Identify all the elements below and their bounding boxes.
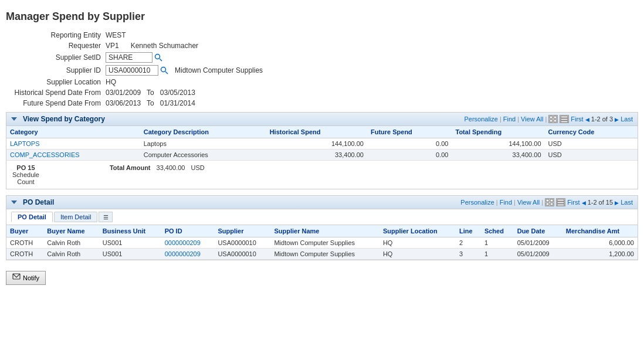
svg-rect-14 — [550, 203, 553, 205]
supplier-name-cell: Midtown Computer Supplies — [270, 237, 379, 249]
supplier-cell: USA0000010 — [214, 249, 270, 260]
supplier-id-search-icon[interactable] — [160, 66, 169, 75]
category-personalize-link[interactable]: Personalize — [464, 116, 497, 123]
tab-po-detail[interactable]: PO Detail — [11, 212, 53, 222]
supplier-id-row: Supplier ID Midtown Computer Supplies — [6, 65, 638, 76]
category-panel-controls: Personalize | Find | View All | First ◀ … — [464, 115, 633, 123]
category-panel: View Spend by Category Personalize | Fin… — [6, 112, 638, 189]
category-grid-icon2[interactable] — [560, 115, 569, 123]
po-grid-icon2[interactable] — [556, 198, 565, 206]
reporting-entity-label: Reporting Entity — [6, 31, 106, 39]
tab-extra-icon[interactable]: ☰ — [99, 212, 113, 222]
category-first-link[interactable]: First — [571, 116, 583, 123]
total-amount-currency: USD — [191, 164, 204, 171]
category-prev-icon[interactable]: ◀ — [585, 117, 589, 123]
po-prev-icon[interactable]: ◀ — [582, 200, 586, 206]
category-last-link[interactable]: Last — [621, 116, 633, 123]
hist-date-to: 03/05/2013 — [160, 89, 195, 97]
sched-cell: 1 — [481, 237, 514, 249]
notify-icon — [12, 273, 21, 283]
po-personalize-link[interactable]: Personalize — [460, 199, 494, 206]
category-panel-left: View Spend by Category — [11, 115, 105, 123]
po-id-cell[interactable]: 0000000209 — [161, 249, 215, 260]
svg-rect-10 — [561, 121, 568, 123]
category-table: Category Category Description Historical… — [6, 126, 638, 161]
col-total-spending: Total Spending — [452, 126, 544, 138]
svg-rect-16 — [557, 202, 564, 203]
po-panel: PO Detail Personalize | Find | View All … — [6, 195, 638, 260]
description-cell: Laptops — [140, 138, 266, 150]
table-row: CROTH Calvin Roth US001 0000000209 USA00… — [6, 237, 638, 249]
svg-point-2 — [161, 67, 166, 72]
category-totals: PO 15 Schedule Count Total Amount 33,400… — [6, 161, 638, 189]
form-section: Reporting Entity WEST Requester VP1 Kenn… — [6, 31, 638, 107]
reporting-entity-row: Reporting Entity WEST — [6, 31, 638, 39]
total-amount-label: Total Amount — [110, 164, 151, 171]
hist-spend-cell: 33,400.00 — [266, 150, 367, 161]
sched-cell: 1 — [481, 249, 514, 260]
po-first-link[interactable]: First — [567, 199, 579, 206]
po-viewall-link[interactable]: View All — [517, 199, 540, 206]
table-row: LAPTOPS Laptops 144,100.00 0.00 144,100.… — [6, 138, 638, 150]
category-table-header: Category Category Description Historical… — [6, 126, 638, 138]
requester-name: Kenneth Schumacher — [131, 42, 198, 50]
col-currency-code: Currency Code — [545, 126, 638, 138]
col-po-id: PO ID — [161, 225, 215, 237]
category-viewall-link[interactable]: View All — [521, 116, 543, 123]
category-panel-title: View Spend by Category — [23, 115, 105, 123]
col-supplier-name: Supplier Name — [270, 225, 379, 237]
supplier-id-input[interactable] — [106, 65, 158, 76]
due-date-cell: 05/01/2009 — [514, 249, 562, 260]
category-cell[interactable]: COMP_ACCESSORIES — [6, 150, 140, 161]
category-pagination: 1-2 of 3 — [591, 116, 613, 123]
category-grid-icon1[interactable] — [548, 115, 558, 123]
buyer-cell: CROTH — [6, 249, 43, 260]
supplier-setid-label: Supplier SetID — [6, 53, 106, 62]
po-panel-controls: Personalize | Find | View All | First ◀ … — [460, 198, 633, 206]
col-buyer-name: Buyer Name — [43, 225, 99, 237]
requester-id: VP1 — [106, 42, 119, 50]
col-category: Category — [6, 126, 140, 138]
notify-button[interactable]: Notify — [6, 271, 46, 285]
supplier-name-cell: Midtown Computer Supplies — [270, 249, 379, 260]
category-next-icon[interactable]: ▶ — [615, 117, 619, 123]
supplier-setid-search-icon[interactable] — [154, 53, 163, 62]
po-panel-header: PO Detail Personalize | Find | View All … — [6, 196, 638, 209]
svg-rect-6 — [550, 120, 553, 122]
tab-item-detail[interactable]: Item Detail — [54, 212, 98, 222]
svg-line-3 — [165, 72, 168, 74]
po-last-link[interactable]: Last — [621, 199, 633, 206]
currency-cell: USD — [545, 138, 638, 150]
supplier-setid-input[interactable] — [106, 52, 152, 63]
supplier-location-row: Supplier Location HQ — [6, 78, 638, 86]
po-panel-left: PO Detail — [11, 198, 54, 206]
total-spend-cell: 144,100.00 — [452, 138, 544, 150]
col-line: Line — [456, 225, 481, 237]
svg-rect-8 — [561, 116, 568, 118]
po-next-icon[interactable]: ▶ — [615, 200, 619, 206]
po-id-cell[interactable]: 0000000209 — [161, 237, 215, 249]
future-spend-cell: 0.00 — [367, 138, 452, 150]
total-spend-cell: 33,400.00 — [452, 150, 544, 161]
po-panel-title: PO Detail — [23, 198, 54, 206]
col-due-date: Due Date — [514, 225, 562, 237]
po-schedule-count: PO 15 Schedule Count — [12, 164, 39, 185]
future-date-to-label: To — [147, 99, 154, 107]
po-find-link[interactable]: Find — [500, 199, 512, 206]
supplier-location-cell: HQ — [379, 249, 456, 260]
hist-date-label: Historical Spend Date From — [6, 89, 106, 97]
svg-rect-9 — [561, 118, 568, 120]
future-date-from: 03/06/2013 — [106, 99, 141, 107]
svg-rect-4 — [550, 116, 553, 118]
hist-spend-cell: 144,100.00 — [266, 138, 367, 150]
future-date-to: 01/31/2014 — [160, 99, 195, 107]
supplier-id-label: Supplier ID — [6, 66, 106, 74]
category-collapse-icon[interactable] — [11, 117, 17, 121]
due-date-cell: 05/01/2009 — [514, 237, 562, 249]
po-grid-icon1[interactable] — [545, 198, 554, 206]
category-find-link[interactable]: Find — [503, 116, 516, 123]
po-table-header: Buyer Buyer Name Business Unit PO ID Sup… — [6, 225, 638, 237]
po-collapse-icon[interactable] — [11, 201, 17, 204]
page-title: Manager Spend by Supplier — [6, 11, 638, 23]
category-cell[interactable]: LAPTOPS — [6, 138, 140, 150]
